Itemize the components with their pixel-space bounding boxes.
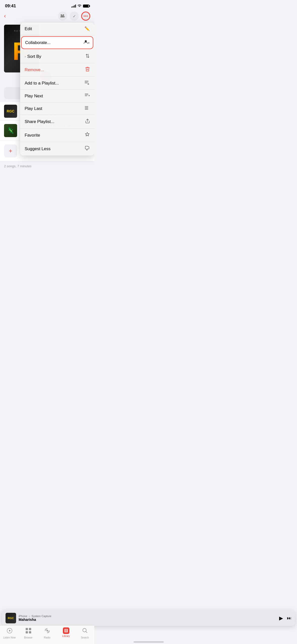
sort-icon <box>85 54 90 59</box>
menu-item-add-playlist[interactable]: Add to a Playlist... <box>20 77 94 90</box>
add-person-button[interactable]: + <box>58 12 67 21</box>
menu-item-share-playlist[interactable]: Share Playlist... <box>20 115 94 129</box>
play-next-icon <box>85 93 90 99</box>
song-artwork-2: 🦎 <box>4 124 17 137</box>
menu-item-collaborate[interactable]: Collaborate... + <box>21 36 93 49</box>
back-button[interactable]: ‹ <box>4 13 6 19</box>
status-time: 09:41 <box>5 4 16 9</box>
status-icons <box>71 4 89 8</box>
header: ‹ + ✓ ••• <box>0 11 94 23</box>
playlist-header: RETRIBU R Edit ✏️ Collaborate... + <box>0 23 94 74</box>
edit-icon: ✏️ <box>84 26 90 31</box>
menu-item-suggest-less[interactable]: Suggest Less <box>20 142 94 155</box>
menu-item-play-next[interactable]: Play Next <box>20 90 94 102</box>
check-button[interactable]: ✓ <box>70 12 79 21</box>
collaborate-icon: + <box>84 40 89 46</box>
dropdown-menu: Edit ✏️ Collaborate... + › Sort By <box>20 23 94 155</box>
songs-count: 2 songs, 7 minutes <box>0 161 94 170</box>
wifi-icon <box>77 4 81 8</box>
menu-item-remove[interactable]: Remove... <box>20 63 94 77</box>
song-artwork-1: RGC <box>4 105 17 118</box>
menu-item-edit[interactable]: Edit ✏️ <box>20 23 94 35</box>
rgc-artwork-text: RGC <box>7 109 14 113</box>
svg-text:+: + <box>64 15 65 18</box>
trash-icon <box>85 67 90 73</box>
grinderman-artwork-icon: 🦎 <box>7 127 14 134</box>
svg-text:+: + <box>88 41 89 44</box>
star-icon <box>85 132 90 138</box>
menu-item-play-last[interactable]: Play Last <box>20 102 94 115</box>
signal-bars-icon <box>71 5 76 8</box>
battery-icon <box>83 5 89 8</box>
menu-item-favorite[interactable]: Favorite <box>20 129 94 142</box>
main-content: RETRIBU R Edit ✏️ Collaborate... + <box>0 23 94 210</box>
thumbsdown-icon <box>85 146 90 152</box>
header-actions: + ✓ ••• <box>58 12 90 21</box>
add-playlist-icon <box>85 80 90 86</box>
share-icon <box>85 118 90 125</box>
svg-point-1 <box>85 40 87 42</box>
menu-item-sortby[interactable]: › Sort By <box>20 50 94 63</box>
more-button[interactable]: ••• <box>81 12 90 21</box>
status-bar: 09:41 <box>0 0 94 11</box>
add-music-icon: + <box>4 144 17 157</box>
chevron-right-icon: › <box>25 55 26 58</box>
play-last-icon <box>85 106 90 111</box>
